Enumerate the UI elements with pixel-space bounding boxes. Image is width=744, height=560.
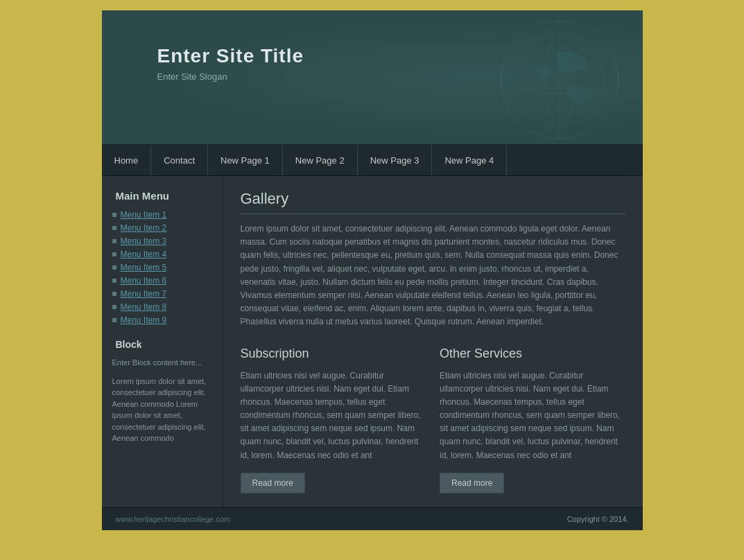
nav-item-home[interactable]: Home bbox=[102, 146, 152, 175]
sidebar-menu-item-7[interactable]: Menu Item 7 bbox=[112, 289, 212, 299]
nav-item-page3[interactable]: New Page 3 bbox=[358, 146, 433, 175]
nav-item-contact[interactable]: Contact bbox=[151, 146, 208, 175]
gallery-divider bbox=[241, 213, 625, 214]
gallery-text: Lorem ipsum dolor sit amet, consectetuer… bbox=[241, 222, 625, 329]
block-lorem-text: Lorem ipsum dolor sit amet, consectetuer… bbox=[112, 376, 212, 444]
other-services-title: Other Services bbox=[440, 347, 625, 361]
bullet-icon bbox=[112, 213, 116, 217]
sidebar-menu-item-4[interactable]: Menu Item 4 bbox=[112, 250, 212, 259]
sidebar-menu-item-2[interactable]: Menu Item 2 bbox=[112, 223, 212, 233]
bullet-icon bbox=[112, 305, 116, 309]
subscription-read-more-button[interactable]: Read more bbox=[241, 473, 305, 493]
nav-item-page1[interactable]: New Page 1 bbox=[208, 146, 283, 175]
subscription-column: Subscription Etiam ultricies nisi vel au… bbox=[241, 347, 426, 493]
nav-item-page4[interactable]: New Page 4 bbox=[432, 146, 507, 175]
sidebar-menu-item-6[interactable]: Menu Item 6 bbox=[112, 276, 212, 286]
header: Enter Site Title Enter Site Slogan bbox=[102, 10, 643, 146]
sidebar-menu-item-1[interactable]: Menu Item 1 bbox=[112, 210, 212, 220]
bullet-icon bbox=[112, 279, 116, 283]
site-slogan: Enter Site Slogan bbox=[157, 71, 643, 82]
bullet-icon bbox=[112, 252, 116, 256]
footer: www.heritagechristiancollege.com Copyrig… bbox=[102, 507, 643, 530]
footer-copyright: Copyright © 2014. bbox=[567, 515, 629, 523]
sidebar-menu-item-8[interactable]: Menu Item 8 bbox=[112, 302, 212, 312]
bullet-icon bbox=[112, 239, 116, 243]
gallery-title: Gallery bbox=[241, 190, 625, 208]
block-content-text: Enter Block content here... bbox=[112, 357, 212, 369]
main-content: Gallery Lorem ipsum dolor sit amet, cons… bbox=[223, 176, 643, 507]
content-wrapper: Main Menu Menu Item 1 Menu Item 2 Menu I… bbox=[102, 176, 643, 507]
other-services-text: Etiam ultricies nisi vel augue. Curabitu… bbox=[440, 369, 625, 462]
site-title: Enter Site Title bbox=[157, 45, 643, 67]
subscription-text: Etiam ultricies nisi vel augue. Curabitu… bbox=[241, 369, 426, 462]
nav-item-page2[interactable]: New Page 2 bbox=[283, 146, 358, 175]
block-title: Block bbox=[112, 339, 212, 350]
main-menu-title: Main Menu bbox=[112, 190, 212, 202]
bullet-icon bbox=[112, 265, 116, 270]
sidebar-menu-item-3[interactable]: Menu Item 3 bbox=[112, 236, 212, 246]
menu-items-list: Menu Item 1 Menu Item 2 Menu Item 3 Menu… bbox=[112, 210, 212, 325]
sidebar-menu-item-9[interactable]: Menu Item 9 bbox=[112, 315, 212, 325]
header-text: Enter Site Title Enter Site Slogan bbox=[102, 10, 643, 82]
two-column-section: Subscription Etiam ultricies nisi vel au… bbox=[241, 347, 625, 493]
bullet-icon bbox=[112, 318, 116, 322]
subscription-title: Subscription bbox=[241, 347, 426, 361]
sidebar: Main Menu Menu Item 1 Menu Item 2 Menu I… bbox=[102, 176, 223, 507]
bullet-icon bbox=[112, 226, 116, 230]
other-services-column: Other Services Etiam ultricies nisi vel … bbox=[440, 347, 625, 493]
other-services-read-more-button[interactable]: Read more bbox=[440, 473, 504, 493]
footer-url: www.heritagechristiancollege.com bbox=[116, 515, 231, 523]
sidebar-menu-item-5[interactable]: Menu Item 5 bbox=[112, 263, 212, 272]
navigation: Home Contact New Page 1 New Page 2 New P… bbox=[102, 146, 643, 176]
bullet-icon bbox=[112, 292, 116, 296]
